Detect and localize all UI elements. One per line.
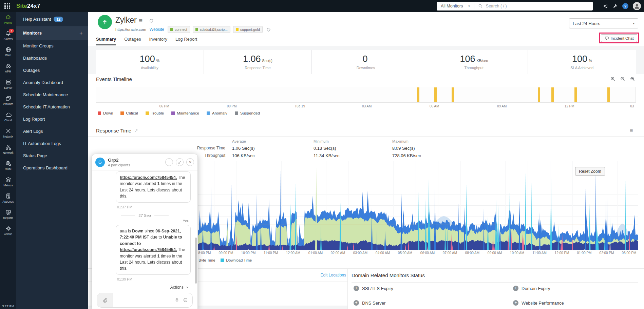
add-icon[interactable]: + [354, 286, 359, 291]
event-bar-trouble[interactable] [607, 87, 610, 102]
incident-chat-panel: G Grp2 4 participants − × https://oracle… [92, 154, 198, 309]
chat-input-bar [97, 293, 193, 308]
rail-item-web[interactable]: Web [0, 45, 16, 61]
zoom-reset-icon[interactable] [630, 76, 636, 82]
sidebar-item-operations-dashboard[interactable]: Operations Dashboard [16, 162, 88, 174]
sidebar-item-help-assistant[interactable]: Help Assistant12 [16, 12, 88, 26]
chat-header: G Grp2 4 participants − × [92, 154, 197, 170]
sidebar-item-log-report[interactable]: Log Report [16, 113, 88, 125]
announcement-icon[interactable] [603, 3, 608, 9]
chat-actions-menu[interactable]: Actions [96, 285, 189, 290]
rail-item-apm[interactable]: APM [0, 61, 16, 77]
event-bar-trouble[interactable] [434, 87, 437, 102]
domain-monitor-website-performance[interactable]: +Website Performance [513, 300, 564, 306]
monitor-tag[interactable]: sdsdsd:&lt;scrip... [193, 26, 230, 33]
page-title: Zylker [115, 16, 137, 25]
attachment-icon[interactable] [97, 293, 113, 307]
add-icon[interactable]: + [513, 286, 518, 291]
minimize-icon[interactable]: − [165, 158, 173, 166]
rail-item-server[interactable]: Server [0, 77, 16, 94]
add-monitor-button[interactable]: + [79, 26, 83, 40]
sidebar-item-monitor-groups[interactable]: Monitor Groups [16, 40, 88, 52]
tag-icon[interactable] [266, 27, 271, 32]
event-bar-trouble[interactable] [538, 87, 540, 102]
monitor-tag[interactable]: connect [168, 26, 190, 33]
domain-monitor-ssl-tls-expiry[interactable]: +SSL/TLS Expiry [354, 286, 393, 291]
monitor-menu-icon[interactable]: ≡ [139, 17, 143, 24]
reset-zoom-button[interactable]: Reset Zoom [575, 167, 605, 176]
incident-chat-button[interactable]: Incident Chat [601, 34, 637, 42]
rt-value: 11.34 KB/sec [314, 153, 339, 158]
monitor-scope-select[interactable]: All Monitors▾ [437, 4, 474, 8]
rail-item-rum[interactable]: RUM [0, 159, 16, 175]
event-bar-trouble[interactable] [574, 87, 577, 102]
legend-critical: Critical [120, 111, 138, 115]
rt-col-header: Maximum [392, 139, 409, 143]
rail-item-metrics[interactable]: Metrics [0, 175, 16, 191]
chat-message-bubble: aaa is Down since 06-Sep-2021, 7:22:40 P… [116, 225, 191, 275]
domain-monitor-domain-expiry[interactable]: +Domain Expiry [513, 286, 550, 291]
response-time-chart[interactable] [192, 161, 638, 250]
event-bar-trouble[interactable] [452, 87, 454, 102]
chart-tick-label: 04:00 AM [376, 251, 390, 255]
rail-item-network[interactable]: Network [0, 142, 16, 159]
rail-item-applogs[interactable]: AppLogs [0, 191, 16, 207]
chat-messages[interactable]: https://oracle.com:75845454. The monitor… [92, 170, 197, 309]
rail-item-home[interactable]: Home [0, 12, 16, 28]
chart-tick-label: 08:00 PM [196, 251, 211, 255]
sidebar-item-alert-logs[interactable]: Alert Logs [16, 125, 88, 138]
sidebar-item-outages[interactable]: Outages [16, 64, 88, 77]
sidebar-item-dashboards[interactable]: Dashboards [16, 52, 88, 64]
zoom-in-icon[interactable] [610, 76, 616, 82]
stat-throughput: 106KB/secThroughput [420, 50, 528, 74]
event-bar-trouble[interactable] [551, 87, 554, 102]
avatar[interactable] [633, 2, 641, 10]
section-menu-icon[interactable]: ≡ [630, 127, 633, 133]
rail-item-nutanix[interactable]: Nutanix [0, 126, 16, 142]
add-icon[interactable]: + [513, 300, 518, 306]
zoom-out-icon[interactable] [620, 76, 626, 82]
events-timeline-chart[interactable] [96, 87, 636, 103]
sidebar-item-it-automation-logs[interactable]: IT Automation Logs [16, 138, 88, 150]
tab-outages[interactable]: Outages [124, 37, 141, 45]
tab-summary[interactable]: Summary [96, 37, 116, 45]
chat-scrollbar[interactable] [195, 238, 197, 284]
help-count-badge: 12 [54, 17, 63, 22]
sidebar-item-status-page[interactable]: Status Page [16, 150, 88, 162]
chat-text-input[interactable] [113, 298, 174, 303]
sidebar-item-schedule-it-automation[interactable]: Schedule IT Automation [16, 101, 88, 113]
stat-response-time: 1.06Sec(s)Response Time [204, 50, 312, 74]
rail-item-alarms[interactable]: Alarms7 [0, 28, 16, 45]
expand-icon[interactable] [134, 129, 138, 133]
rail-item-vmware[interactable]: VMware [0, 94, 16, 110]
summary-stats: 100%Availability1.06Sec(s)Response Time0… [96, 50, 636, 74]
app-grid-icon[interactable] [4, 3, 11, 9]
edit-locations-link[interactable]: Edit Locations [299, 273, 346, 277]
add-icon[interactable]: + [354, 300, 359, 306]
tab-inventory[interactable]: Inventory [149, 37, 167, 45]
close-icon[interactable]: × [186, 158, 194, 166]
search-input[interactable] [485, 3, 593, 9]
event-bar-trouble[interactable] [417, 87, 419, 102]
rail-item-cloud[interactable]: Cloud [0, 110, 16, 126]
rail-item-admin[interactable]: Admin [0, 224, 16, 240]
applogs-icon [0, 193, 16, 199]
emoji-icon[interactable] [183, 297, 188, 303]
wrench-icon[interactable] [613, 4, 618, 9]
home-icon [0, 14, 16, 20]
sidebar-item-monitors[interactable]: Monitors+ [16, 26, 88, 40]
domain-monitor-dns-server[interactable]: +DNS Server [354, 300, 385, 306]
sidebar-item-schedule-maintenance[interactable]: Schedule Maintenance [16, 89, 88, 101]
monitor-tag[interactable]: support:gold [233, 26, 263, 33]
monitor-type-link[interactable]: Website [150, 27, 164, 32]
expand-icon[interactable] [176, 158, 184, 166]
tab-log-report[interactable]: Log Report [175, 37, 197, 45]
monitor-tabs: SummaryOutagesInventoryLog Report [96, 37, 197, 45]
rail-item-reports[interactable]: Reports [0, 207, 16, 224]
refresh-icon[interactable] [149, 18, 154, 23]
legend-trouble: Trouble [146, 111, 164, 115]
help-icon[interactable]: ? [622, 3, 628, 9]
time-range-select[interactable]: Last 24 Hours▾ [569, 18, 638, 28]
mic-icon[interactable] [174, 297, 179, 303]
sidebar-item-anomaly-dashboard[interactable]: Anomaly Dashboard [16, 77, 88, 89]
